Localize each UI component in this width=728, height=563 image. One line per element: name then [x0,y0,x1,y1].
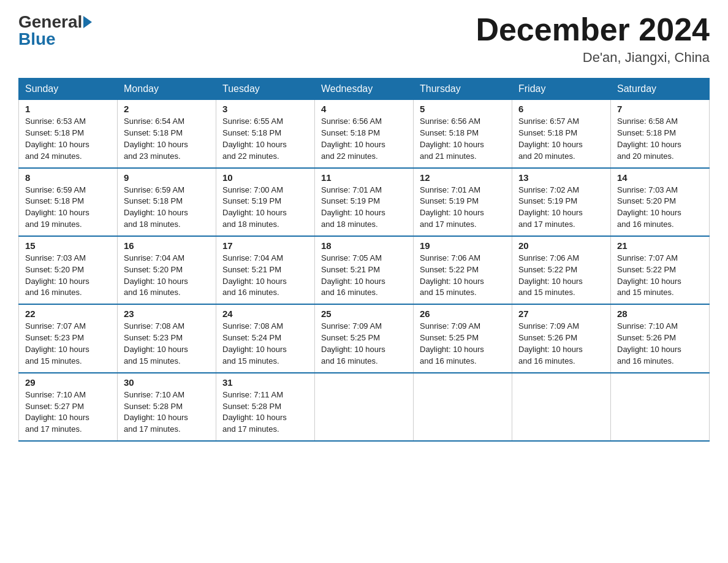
calendar-table: Sunday Monday Tuesday Wednesday Thursday… [18,78,710,442]
calendar-day-cell: 3 Sunrise: 6:55 AMSunset: 5:18 PMDayligh… [216,100,315,168]
day-info: Sunrise: 7:00 AMSunset: 5:19 PMDaylight:… [222,185,308,231]
calendar-day-cell: 31 Sunrise: 7:11 AMSunset: 5:28 PMDaylig… [216,373,315,441]
day-info: Sunrise: 6:58 AMSunset: 5:18 PMDaylight:… [617,116,703,162]
day-info: Sunrise: 7:07 AMSunset: 5:22 PMDaylight:… [617,253,703,299]
calendar-day-cell: 28 Sunrise: 7:10 AMSunset: 5:26 PMDaylig… [611,304,710,372]
calendar-day-cell: 23 Sunrise: 7:08 AMSunset: 5:23 PMDaylig… [118,304,216,372]
day-number: 15 [25,240,111,251]
calendar-day-cell: 17 Sunrise: 7:04 AMSunset: 5:21 PMDaylig… [216,236,315,304]
day-number: 16 [124,240,210,251]
calendar-day-cell: 15 Sunrise: 7:03 AMSunset: 5:20 PMDaylig… [19,236,118,304]
day-info: Sunrise: 7:02 AMSunset: 5:19 PMDaylight:… [518,185,604,231]
day-number: 19 [420,240,506,251]
day-info: Sunrise: 7:01 AMSunset: 5:19 PMDaylight:… [420,185,506,231]
day-info: Sunrise: 7:10 AMSunset: 5:27 PMDaylight:… [25,389,111,435]
calendar-day-cell: 12 Sunrise: 7:01 AMSunset: 5:19 PMDaylig… [414,168,512,236]
day-info: Sunrise: 6:53 AMSunset: 5:18 PMDaylight:… [25,116,111,162]
day-number: 21 [617,240,703,251]
day-info: Sunrise: 7:11 AMSunset: 5:28 PMDaylight:… [222,389,308,435]
day-info: Sunrise: 6:56 AMSunset: 5:18 PMDaylight:… [321,116,407,162]
day-info: Sunrise: 7:08 AMSunset: 5:23 PMDaylight:… [124,321,210,367]
calendar-day-cell: 29 Sunrise: 7:10 AMSunset: 5:27 PMDaylig… [19,373,118,441]
day-number: 12 [420,172,506,183]
calendar-location: De'an, Jiangxi, China [476,50,710,66]
day-info: Sunrise: 6:59 AMSunset: 5:18 PMDaylight:… [124,185,210,231]
calendar-week-row: 22 Sunrise: 7:07 AMSunset: 5:23 PMDaylig… [19,304,710,372]
day-info: Sunrise: 7:04 AMSunset: 5:21 PMDaylight:… [222,253,308,299]
calendar-day-cell: 13 Sunrise: 7:02 AMSunset: 5:19 PMDaylig… [512,168,611,236]
calendar-day-cell [611,373,710,441]
calendar-day-cell: 1 Sunrise: 6:53 AMSunset: 5:18 PMDayligh… [19,100,118,168]
calendar-title: December 2024 [476,12,710,47]
day-info: Sunrise: 7:03 AMSunset: 5:20 PMDaylight:… [617,185,703,231]
day-info: Sunrise: 7:03 AMSunset: 5:20 PMDaylight:… [25,253,111,299]
title-block: December 2024 De'an, Jiangxi, China [476,12,710,66]
day-info: Sunrise: 7:06 AMSunset: 5:22 PMDaylight:… [518,253,604,299]
day-number: 30 [124,377,210,388]
day-info: Sunrise: 6:54 AMSunset: 5:18 PMDaylight:… [124,116,210,162]
day-number: 10 [222,172,308,183]
day-number: 7 [617,104,703,114]
col-saturday: Saturday [611,79,710,100]
col-wednesday: Wednesday [315,79,414,100]
day-number: 9 [124,172,210,183]
calendar-day-cell: 21 Sunrise: 7:07 AMSunset: 5:22 PMDaylig… [611,236,710,304]
day-info: Sunrise: 7:07 AMSunset: 5:23 PMDaylight:… [25,321,111,367]
calendar-day-cell [414,373,512,441]
day-info: Sunrise: 7:06 AMSunset: 5:22 PMDaylight:… [420,253,506,299]
calendar-day-cell: 24 Sunrise: 7:08 AMSunset: 5:24 PMDaylig… [216,304,315,372]
calendar-day-cell: 25 Sunrise: 7:09 AMSunset: 5:25 PMDaylig… [315,304,414,372]
calendar-header-row: Sunday Monday Tuesday Wednesday Thursday… [19,79,710,100]
day-number: 20 [518,240,604,251]
day-number: 31 [222,377,308,388]
col-thursday: Thursday [414,79,512,100]
col-sunday: Sunday [19,79,118,100]
calendar-day-cell: 26 Sunrise: 7:09 AMSunset: 5:25 PMDaylig… [414,304,512,372]
calendar-day-cell: 18 Sunrise: 7:05 AMSunset: 5:21 PMDaylig… [315,236,414,304]
day-number: 24 [222,308,308,319]
day-info: Sunrise: 7:05 AMSunset: 5:21 PMDaylight:… [321,253,407,299]
col-friday: Friday [512,79,611,100]
day-number: 26 [420,308,506,319]
calendar-day-cell: 8 Sunrise: 6:59 AMSunset: 5:18 PMDayligh… [19,168,118,236]
day-number: 25 [321,308,407,319]
calendar-day-cell: 6 Sunrise: 6:57 AMSunset: 5:18 PMDayligh… [512,100,611,168]
calendar-day-cell: 10 Sunrise: 7:00 AMSunset: 5:19 PMDaylig… [216,168,315,236]
logo-arrow-icon [83,16,92,28]
calendar-day-cell: 22 Sunrise: 7:07 AMSunset: 5:23 PMDaylig… [19,304,118,372]
day-number: 2 [124,104,210,114]
day-number: 6 [518,104,604,114]
col-monday: Monday [118,79,216,100]
day-info: Sunrise: 7:09 AMSunset: 5:25 PMDaylight:… [321,321,407,367]
calendar-day-cell: 19 Sunrise: 7:06 AMSunset: 5:22 PMDaylig… [414,236,512,304]
day-info: Sunrise: 7:08 AMSunset: 5:24 PMDaylight:… [222,321,308,367]
calendar-week-row: 29 Sunrise: 7:10 AMSunset: 5:27 PMDaylig… [19,373,710,441]
day-number: 27 [518,308,604,319]
calendar-day-cell: 16 Sunrise: 7:04 AMSunset: 5:20 PMDaylig… [118,236,216,304]
day-info: Sunrise: 7:09 AMSunset: 5:25 PMDaylight:… [420,321,506,367]
calendar-day-cell [315,373,414,441]
page-header: General Blue December 2024 De'an, Jiangx… [18,12,710,66]
day-info: Sunrise: 6:57 AMSunset: 5:18 PMDaylight:… [518,116,604,162]
day-number: 1 [25,104,111,114]
day-info: Sunrise: 6:56 AMSunset: 5:18 PMDaylight:… [420,116,506,162]
logo: General Blue [18,12,92,49]
day-number: 28 [617,308,703,319]
day-info: Sunrise: 6:55 AMSunset: 5:18 PMDaylight:… [222,116,308,162]
calendar-day-cell: 11 Sunrise: 7:01 AMSunset: 5:19 PMDaylig… [315,168,414,236]
day-number: 17 [222,240,308,251]
calendar-day-cell: 4 Sunrise: 6:56 AMSunset: 5:18 PMDayligh… [315,100,414,168]
logo-blue-text: Blue [18,29,56,49]
day-info: Sunrise: 7:04 AMSunset: 5:20 PMDaylight:… [124,253,210,299]
calendar-day-cell: 30 Sunrise: 7:10 AMSunset: 5:28 PMDaylig… [118,373,216,441]
calendar-week-row: 1 Sunrise: 6:53 AMSunset: 5:18 PMDayligh… [19,100,710,168]
day-number: 23 [124,308,210,319]
col-tuesday: Tuesday [216,79,315,100]
calendar-day-cell: 14 Sunrise: 7:03 AMSunset: 5:20 PMDaylig… [611,168,710,236]
day-number: 14 [617,172,703,183]
day-info: Sunrise: 7:10 AMSunset: 5:26 PMDaylight:… [617,321,703,367]
day-number: 29 [25,377,111,388]
calendar-week-row: 8 Sunrise: 6:59 AMSunset: 5:18 PMDayligh… [19,168,710,236]
calendar-day-cell: 9 Sunrise: 6:59 AMSunset: 5:18 PMDayligh… [118,168,216,236]
day-info: Sunrise: 7:10 AMSunset: 5:28 PMDaylight:… [124,389,210,435]
